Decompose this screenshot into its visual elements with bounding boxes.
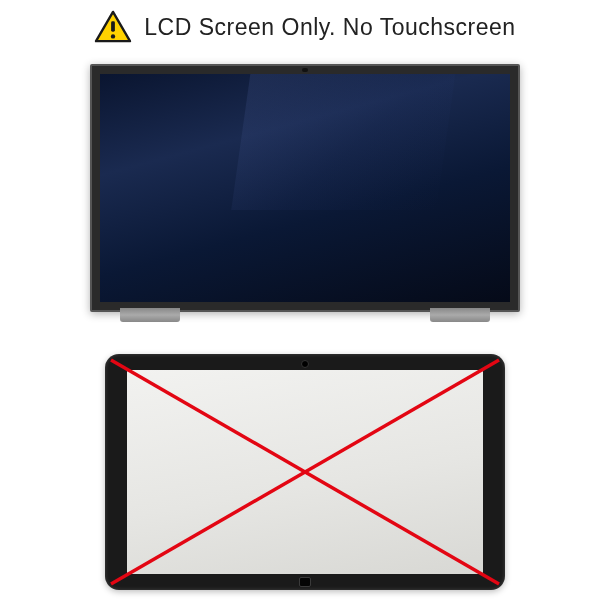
touchscreen-home-button-icon [299, 577, 311, 587]
lcd-bezel [90, 64, 520, 312]
lcd-tab-left [120, 308, 180, 322]
lcd-tab-right [430, 308, 490, 322]
warning-triangle-icon [94, 10, 132, 44]
touchscreen-bezel [105, 354, 505, 590]
header: LCD Screen Only. No Touchscreen [94, 10, 515, 44]
lcd-screen-illustration [90, 64, 520, 330]
svg-rect-0 [111, 21, 115, 31]
header-text: LCD Screen Only. No Touchscreen [144, 14, 515, 41]
lcd-mounting-tabs [90, 310, 520, 330]
touchscreen-camera-icon [301, 360, 309, 368]
touchscreen-display [127, 370, 483, 574]
lcd-camera-icon [302, 68, 308, 72]
lcd-display [100, 74, 510, 302]
svg-point-1 [111, 34, 115, 38]
touchscreen-illustration [105, 354, 505, 590]
